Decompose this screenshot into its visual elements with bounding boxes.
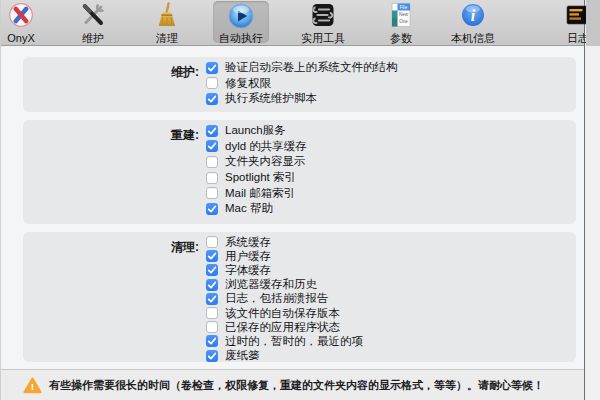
checkbox-unchecked[interactable] [206, 156, 218, 168]
task-label: 废纸篓 [225, 348, 260, 363]
task-label: 系统缓存 [225, 235, 271, 250]
task-row: 废纸篓 [206, 349, 568, 363]
task-row: 用户缓存 [206, 249, 568, 263]
cleaning-broom-icon [127, 0, 207, 31]
checkbox-unchecked[interactable] [206, 187, 218, 199]
checkbox-checked[interactable] [206, 279, 218, 291]
task-label: 验证启动宗卷上的系统文件的结构 [225, 60, 398, 75]
toolbar-item-label: OnyX [0, 32, 61, 44]
info-icon: i [433, 0, 513, 31]
checkbox-checked[interactable] [206, 93, 218, 105]
task-row: 字体缓存 [206, 263, 568, 277]
toolbar-item-maintenance-tools[interactable]: 维护 [53, 0, 133, 44]
task-row: 执行系统维护脚本 [206, 91, 568, 107]
checkbox-checked[interactable] [206, 350, 218, 362]
task-row: 系统缓存 [206, 235, 568, 249]
task-row: 浏览器缓存和历史 [206, 278, 568, 292]
checkbox-unchecked[interactable] [206, 236, 218, 248]
toolbar-item-label: 自动执行 [201, 32, 281, 44]
task-row: Mail 邮箱索引 [206, 185, 568, 201]
warning-triangle-icon: ! [23, 377, 42, 394]
task-row: Mac 帮助 [206, 201, 568, 217]
task-row: dyld 的共享缓存 [206, 139, 568, 155]
task-row: 该文件的自动保存版本 [206, 306, 568, 320]
svg-text:i: i [471, 7, 476, 24]
toolbar: OnyX维护清理自动执行实用工具FileNewOne参数i本机信息日志 [1, 0, 584, 46]
task-label: dyld 的共享缓存 [225, 139, 307, 154]
task-label: 浏览器缓存和历史 [225, 277, 317, 292]
task-label: 过时的，暂时的，最近的项 [225, 334, 363, 349]
checkbox-unchecked[interactable] [206, 321, 218, 333]
svg-text:File: File [400, 5, 408, 10]
content-area: 维护:验证启动宗卷上的系统文件的结构修复权限执行系统维护脚本重建:Launch服… [1, 46, 584, 368]
section-label: 清理: [23, 239, 199, 256]
section-rebuild: 重建:Launch服务dyld 的共享缓存文件夹内容显示Spotlight 索引… [23, 120, 576, 224]
section-cleaning: 清理:系统缓存用户缓存字体缓存浏览器缓存和历史日志，包括崩溃报告该文件的自动保存… [23, 232, 576, 362]
task-label: 修复权限 [225, 76, 271, 91]
onyx-app-icon [0, 0, 61, 31]
parameters-menu-icon: FileNewOne [361, 0, 441, 31]
toolbar-item-parameters-menu[interactable]: FileNewOne参数 [361, 0, 441, 44]
section-label: 重建: [23, 127, 199, 144]
task-label: Launch服务 [225, 123, 286, 138]
utilities-wrenches-icon [283, 0, 363, 31]
svg-text:New: New [399, 12, 409, 17]
task-label: 该文件的自动保存版本 [225, 306, 340, 321]
task-label: 日志，包括崩溃报告 [225, 291, 329, 306]
toolbar-item-label: 实用工具 [283, 32, 363, 44]
checkbox-checked[interactable] [206, 264, 218, 276]
toolbar-item-label: 清理 [127, 32, 207, 44]
checkbox-checked[interactable] [206, 140, 218, 152]
checkbox-checked[interactable] [206, 250, 218, 262]
task-label: 执行系统维护脚本 [225, 91, 317, 106]
toolbar-item-label: 维护 [53, 32, 133, 44]
svg-text:!: ! [31, 381, 34, 392]
task-label: 已保存的应用程序状态 [225, 320, 340, 335]
toolbar-item-onyx-app[interactable]: OnyX [0, 0, 61, 44]
checkbox-unchecked[interactable] [206, 172, 218, 184]
task-row: 已保存的应用程序状态 [206, 320, 568, 334]
toolbar-item-cleaning-broom[interactable]: 清理 [127, 0, 207, 44]
onyx-window: OnyX维护清理自动执行实用工具FileNewOne参数i本机信息日志 维护:验… [0, 0, 585, 400]
toolbar-item-label: 本机信息 [433, 32, 513, 44]
task-label: Spotlight 索引 [225, 170, 296, 185]
checkbox-checked[interactable] [206, 62, 218, 74]
checkbox-unchecked[interactable] [206, 77, 218, 89]
task-label: Mac 帮助 [225, 201, 273, 216]
task-row: 过时的，暂时的，最近的项 [206, 334, 568, 348]
task-row: 文件夹内容显示 [206, 154, 568, 170]
svg-text:One: One [399, 19, 408, 24]
checkbox-checked[interactable] [206, 203, 218, 215]
task-row: 验证启动宗卷上的系统文件的结构 [206, 60, 568, 76]
task-row: Spotlight 索引 [206, 170, 568, 186]
warning-text: 有些操作需要很长的时间（卷检查，权限修复，重建的文件夹内容的显示格式，等等）。请… [49, 378, 544, 393]
toolbar-item-label: 参数 [361, 32, 441, 44]
task-row: Launch服务 [206, 123, 568, 139]
task-row: 修复权限 [206, 76, 568, 92]
maintenance-tools-icon [53, 0, 133, 31]
toolbar-item-utilities-wrenches[interactable]: 实用工具 [283, 0, 363, 44]
task-label: 用户缓存 [225, 249, 271, 264]
task-label: Mail 邮箱索引 [225, 186, 295, 201]
task-label: 文件夹内容显示 [225, 154, 306, 169]
checkbox-checked[interactable] [206, 293, 218, 305]
toolbar-item-info[interactable]: i本机信息 [433, 0, 513, 44]
checkbox-checked[interactable] [206, 335, 218, 347]
checkbox-checked[interactable] [206, 125, 218, 137]
automation-play-icon [201, 0, 281, 31]
warning-bar: ! 有些操作需要很长的时间（卷检查，权限修复，重建的文件夹内容的显示格式，等等）… [1, 369, 584, 400]
section-maintenance: 维护:验证启动宗卷上的系统文件的结构修复权限执行系统维护脚本 [23, 57, 576, 112]
task-label: 字体缓存 [225, 263, 271, 278]
task-row: 日志，包括崩溃报告 [206, 292, 568, 306]
section-label: 维护: [23, 64, 199, 81]
desktop-background [586, 0, 600, 400]
checkbox-unchecked[interactable] [206, 307, 218, 319]
toolbar-item-automation-play[interactable]: 自动执行 [201, 0, 281, 44]
